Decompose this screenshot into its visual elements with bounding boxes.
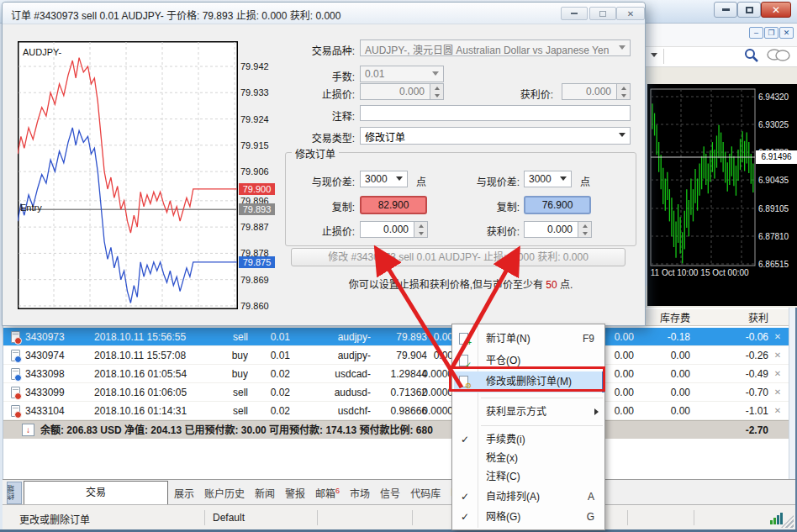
time-axis-label: 15 Oct 00:00 xyxy=(694,268,755,277)
chart-restore-button[interactable]: ❐ xyxy=(764,27,779,39)
main-close-button[interactable]: ✕ xyxy=(761,2,791,18)
column-header-profit[interactable]: 获利 xyxy=(701,312,768,325)
order-type: sell xyxy=(197,404,248,418)
dialog-minimize-button[interactable] xyxy=(561,7,588,20)
menu-item-grid[interactable]: ✓ 网格(G) G xyxy=(454,507,604,528)
price-axis-label: 79.906 xyxy=(240,166,275,176)
terminal-tabstrip: 终端 交易 展示账户历史新闻警报邮箱6市场信号代码库EA日志 xyxy=(3,479,795,504)
spinner-arrows-icon[interactable] xyxy=(414,222,427,237)
copy-sell-price-button[interactable]: 82.900 xyxy=(360,196,427,214)
tab-5[interactable]: 邮箱6 xyxy=(314,486,341,500)
close-position-icon: ✓ xyxy=(459,355,468,366)
close-order-icon[interactable]: ✕ xyxy=(770,367,785,381)
diff-combo-left[interactable]: 3000 xyxy=(360,171,408,187)
bid-price-tag: 79.875 xyxy=(239,256,275,268)
modify-stoploss-spinner[interactable]: 0.000 xyxy=(360,221,428,238)
spinner-arrows-icon xyxy=(430,84,443,99)
menu-item-comments[interactable]: 注释(C) xyxy=(454,466,604,487)
submenu-arrow-icon xyxy=(594,408,599,415)
stoploss-label: 止损价: xyxy=(271,87,355,101)
order-lots: 0.01 xyxy=(251,330,290,344)
new-order-icon: + xyxy=(459,333,468,345)
copy-buy-price-button[interactable]: 76.900 xyxy=(524,196,591,214)
modify-submit-button[interactable]: 修改 #3430973 sell 0.01 AUDJPY- 止损: 0.000 … xyxy=(291,248,625,266)
table-scrollbar[interactable] xyxy=(789,308,795,479)
order-number: 3433104 xyxy=(25,404,92,418)
minimize-icon xyxy=(571,13,578,14)
trade-type-combo[interactable]: 修改订单 xyxy=(360,127,631,145)
chart-minimize-button[interactable]: – xyxy=(749,27,763,39)
statusbar: 更改或删除订单 Default xyxy=(3,504,795,529)
order-number: 3433098 xyxy=(25,367,92,381)
dialog-close-button[interactable]: ✕ xyxy=(616,7,645,20)
chart-close-button[interactable]: ✕ xyxy=(779,27,794,39)
diff-label-right: 与现价差: xyxy=(435,174,520,188)
modify-takeprofit-label: 获利价: xyxy=(435,224,520,238)
column-header-swap[interactable]: 库存费 xyxy=(638,312,690,325)
trade-table: 库存费 获利 3430973 2018.10.11 15:56:55 sell … xyxy=(3,308,789,479)
modify-stoploss-label: 止损价: xyxy=(271,224,355,238)
table-row[interactable]: 3430973 2018.10.11 15:56:55 sell 0.01 au… xyxy=(3,328,789,346)
tab-trade[interactable]: 交易 xyxy=(24,481,168,505)
order-profit: -0.49 xyxy=(701,367,768,381)
close-order-icon[interactable]: ✕ xyxy=(770,330,785,344)
order-number: 3430974 xyxy=(25,349,92,362)
usdcnh-chart[interactable]: 6.943206.930256.917306.904356.891056.878… xyxy=(647,84,797,306)
price-axis-label: 79.915 xyxy=(240,140,275,150)
min-points-value: 50 xyxy=(546,279,557,291)
order-symbol: usdchf- xyxy=(298,404,371,418)
symbol-label: 交易品种: xyxy=(271,43,355,57)
connection-bars-icon xyxy=(770,512,785,524)
price-axis-label: 6.94320 xyxy=(758,92,797,102)
spinner-arrows-icon[interactable] xyxy=(578,222,591,237)
zoom-icon[interactable] xyxy=(743,48,760,63)
main-minimize-button[interactable] xyxy=(714,2,737,18)
price-axis-label: 79.860 xyxy=(240,301,275,311)
order-type: buy xyxy=(197,367,248,381)
table-row[interactable]: 3433098 2018.10.16 01:05:54 buy 0.02 usd… xyxy=(3,365,789,383)
modify-group-title: 修改订单 xyxy=(292,146,339,161)
table-row[interactable]: 3433099 2018.10.16 01:06:05 sell 0.02 au… xyxy=(3,383,789,402)
menu-item-auto-arrange[interactable]: ✓ 自动排列(A) A xyxy=(454,487,604,508)
maximize-icon xyxy=(599,11,606,17)
tab-4[interactable]: 警报 xyxy=(283,486,307,500)
close-order-icon[interactable]: ✕ xyxy=(770,386,785,399)
menu-item-profit-display[interactable]: 获利显示方式 xyxy=(454,402,604,423)
order-swap: -0.18 xyxy=(638,330,690,344)
status-profile[interactable]: Default xyxy=(213,512,245,524)
tab-1[interactable]: 展示 xyxy=(172,486,196,500)
tab-3[interactable]: 新闻 xyxy=(253,486,277,500)
comment-input[interactable] xyxy=(360,105,631,121)
copy-label-left: 复制: xyxy=(271,199,355,213)
main-maximize-button[interactable] xyxy=(737,2,761,18)
close-order-icon[interactable]: ✕ xyxy=(770,404,785,418)
modify-takeprofit-spinner[interactable]: 0.000 xyxy=(524,221,592,238)
diff-combo-right[interactable]: 3000 xyxy=(524,171,572,187)
maximize-icon xyxy=(746,7,753,13)
menu-item-new-order[interactable]: + 新订单(N) F9 xyxy=(454,329,604,350)
chevron-down-icon[interactable] xyxy=(651,53,657,57)
tab-6[interactable]: 市场 xyxy=(348,486,372,500)
hint-text: 你可以设置止损和获利价格,但与市价至少有 50 点. xyxy=(285,277,636,291)
chevron-down-icon xyxy=(619,45,625,50)
chat-icon[interactable] xyxy=(765,48,792,63)
tab-2[interactable]: 账户历史 xyxy=(203,486,246,500)
order-swap: 0.00 xyxy=(638,404,690,418)
order-swap: 0.00 xyxy=(638,367,690,381)
table-row[interactable]: 3433104 2018.10.16 01:14:31 sell 0.02 us… xyxy=(3,402,789,420)
takeprofit-spinner: 0.000 xyxy=(562,83,631,100)
dialog-maximize-button[interactable] xyxy=(589,7,616,20)
dialog-titlebar[interactable]: 订单 #3430973 sell 0.01 AUDJPY- 于价格: 79.89… xyxy=(3,3,645,24)
tab-7[interactable]: 信号 xyxy=(378,486,402,500)
symbol-combo: AUDJPY-, 澳元日圆 Australian Dollar vs Japan… xyxy=(360,40,631,56)
annotation-highlight-box xyxy=(449,366,605,392)
order-doc-icon xyxy=(11,368,20,380)
order-lots: 0.01 xyxy=(251,349,290,362)
order-symbol: usdcad- xyxy=(298,367,371,381)
tab-8[interactable]: 代码库 xyxy=(409,486,442,500)
close-order-icon[interactable]: ✕ xyxy=(770,349,785,362)
terminal-panel-grip[interactable]: 终端 xyxy=(7,482,22,504)
order-time: 2018.10.16 01:05:54 xyxy=(94,367,203,381)
lots-combo: 0.01 xyxy=(360,66,444,82)
table-row[interactable]: 3430974 2018.10.11 15:57:08 buy 0.01 aud… xyxy=(3,346,789,365)
